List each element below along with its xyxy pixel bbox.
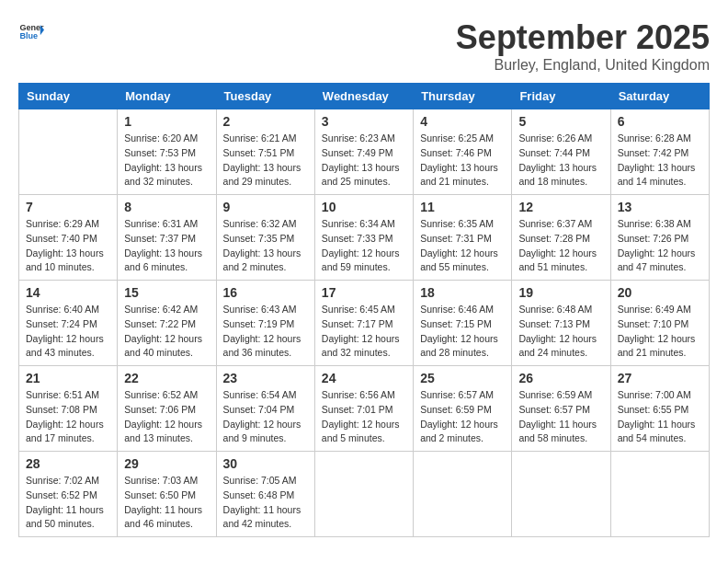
- day-header-friday: Friday: [512, 84, 610, 109]
- day-number: 29: [124, 456, 209, 471]
- day-header-saturday: Saturday: [610, 84, 709, 109]
- calendar-day-cell: 21Sunrise: 6:51 AM Sunset: 7:08 PM Dayli…: [19, 366, 118, 452]
- day-info: Sunrise: 6:59 AM Sunset: 6:57 PM Dayligh…: [518, 388, 603, 446]
- calendar-day-cell: 25Sunrise: 6:57 AM Sunset: 6:59 PM Dayli…: [414, 366, 512, 452]
- day-info: Sunrise: 6:51 AM Sunset: 7:08 PM Dayligh…: [26, 388, 110, 446]
- day-number: 10: [322, 200, 406, 214]
- day-info: Sunrise: 6:35 AM Sunset: 7:31 PM Dayligh…: [420, 217, 505, 275]
- calendar-day-cell: 6Sunrise: 6:28 AM Sunset: 7:42 PM Daylig…: [610, 109, 709, 195]
- calendar-day-cell: 10Sunrise: 6:34 AM Sunset: 7:33 PM Dayli…: [314, 195, 413, 281]
- day-info: Sunrise: 6:46 AM Sunset: 7:15 PM Dayligh…: [420, 303, 505, 361]
- day-number: 14: [26, 285, 110, 300]
- day-info: Sunrise: 6:34 AM Sunset: 7:33 PM Dayligh…: [322, 217, 406, 275]
- day-number: 3: [322, 114, 406, 129]
- day-info: Sunrise: 6:20 AM Sunset: 7:53 PM Dayligh…: [124, 132, 209, 190]
- day-info: Sunrise: 6:48 AM Sunset: 7:13 PM Dayligh…: [518, 303, 603, 361]
- day-info: Sunrise: 6:43 AM Sunset: 7:19 PM Dayligh…: [223, 303, 308, 361]
- day-header-monday: Monday: [118, 84, 216, 109]
- title-area: September 2025 Burley, England, United K…: [456, 18, 710, 74]
- day-number: 19: [518, 285, 603, 300]
- calendar-day-cell: 9Sunrise: 6:32 AM Sunset: 7:35 PM Daylig…: [216, 195, 314, 281]
- calendar-day-cell: 22Sunrise: 6:52 AM Sunset: 7:06 PM Dayli…: [118, 366, 216, 452]
- day-number: 9: [223, 200, 308, 214]
- calendar-day-cell: 14Sunrise: 6:40 AM Sunset: 7:24 PM Dayli…: [19, 281, 118, 366]
- day-number: 6: [618, 114, 702, 129]
- calendar-day-cell: [314, 452, 413, 537]
- day-header-sunday: Sunday: [19, 84, 118, 109]
- day-info: Sunrise: 6:54 AM Sunset: 7:04 PM Dayligh…: [223, 388, 308, 446]
- calendar-day-cell: 15Sunrise: 6:42 AM Sunset: 7:22 PM Dayli…: [118, 281, 216, 366]
- day-info: Sunrise: 6:45 AM Sunset: 7:17 PM Dayligh…: [322, 303, 406, 361]
- day-info: Sunrise: 7:03 AM Sunset: 6:50 PM Dayligh…: [124, 474, 209, 532]
- calendar-day-cell: 26Sunrise: 6:59 AM Sunset: 6:57 PM Dayli…: [512, 366, 610, 452]
- day-info: Sunrise: 6:25 AM Sunset: 7:46 PM Dayligh…: [420, 132, 505, 190]
- calendar-day-cell: 17Sunrise: 6:45 AM Sunset: 7:17 PM Dayli…: [314, 281, 413, 366]
- day-info: Sunrise: 7:05 AM Sunset: 6:48 PM Dayligh…: [223, 474, 308, 532]
- day-header-thursday: Thursday: [414, 84, 512, 109]
- calendar-day-cell: 27Sunrise: 7:00 AM Sunset: 6:55 PM Dayli…: [610, 366, 709, 452]
- calendar-week-row: 21Sunrise: 6:51 AM Sunset: 7:08 PM Dayli…: [19, 366, 710, 452]
- calendar-day-cell: 12Sunrise: 6:37 AM Sunset: 7:28 PM Dayli…: [512, 195, 610, 281]
- day-info: Sunrise: 6:52 AM Sunset: 7:06 PM Dayligh…: [124, 388, 209, 446]
- calendar-week-row: 7Sunrise: 6:29 AM Sunset: 7:40 PM Daylig…: [19, 195, 710, 281]
- calendar-day-cell: [19, 109, 118, 195]
- calendar-day-cell: 19Sunrise: 6:48 AM Sunset: 7:13 PM Dayli…: [512, 281, 610, 366]
- day-number: 24: [322, 371, 406, 385]
- calendar-day-cell: 29Sunrise: 7:03 AM Sunset: 6:50 PM Dayli…: [118, 452, 216, 537]
- day-info: Sunrise: 7:00 AM Sunset: 6:55 PM Dayligh…: [618, 388, 702, 446]
- day-number: 30: [223, 456, 308, 471]
- day-info: Sunrise: 6:21 AM Sunset: 7:51 PM Dayligh…: [223, 132, 308, 190]
- day-info: Sunrise: 6:57 AM Sunset: 6:59 PM Dayligh…: [420, 388, 505, 446]
- day-number: 8: [124, 200, 209, 214]
- calendar-header-row: SundayMondayTuesdayWednesdayThursdayFrid…: [19, 84, 710, 109]
- day-number: 27: [618, 371, 702, 385]
- day-number: 20: [618, 285, 702, 300]
- day-info: Sunrise: 6:38 AM Sunset: 7:26 PM Dayligh…: [618, 217, 702, 275]
- day-info: Sunrise: 6:29 AM Sunset: 7:40 PM Dayligh…: [26, 217, 110, 275]
- day-info: Sunrise: 6:31 AM Sunset: 7:37 PM Dayligh…: [124, 217, 209, 275]
- day-info: Sunrise: 7:02 AM Sunset: 6:52 PM Dayligh…: [26, 474, 110, 532]
- day-number: 4: [420, 114, 505, 129]
- day-number: 12: [518, 200, 603, 214]
- calendar-day-cell: [610, 452, 709, 537]
- day-info: Sunrise: 6:26 AM Sunset: 7:44 PM Dayligh…: [518, 132, 603, 190]
- day-number: 7: [26, 200, 110, 214]
- svg-text:Blue: Blue: [19, 31, 38, 40]
- calendar-day-cell: 8Sunrise: 6:31 AM Sunset: 7:37 PM Daylig…: [118, 195, 216, 281]
- calendar-day-cell: 13Sunrise: 6:38 AM Sunset: 7:26 PM Dayli…: [610, 195, 709, 281]
- location-subtitle: Burley, England, United Kingdom: [456, 57, 710, 74]
- day-header-tuesday: Tuesday: [216, 84, 314, 109]
- day-info: Sunrise: 6:40 AM Sunset: 7:24 PM Dayligh…: [26, 303, 110, 361]
- calendar-day-cell: 16Sunrise: 6:43 AM Sunset: 7:19 PM Dayli…: [216, 281, 314, 366]
- general-blue-logo-icon: General Blue: [18, 18, 44, 44]
- day-number: 28: [26, 456, 110, 471]
- day-number: 15: [124, 285, 209, 300]
- calendar-day-cell: 2Sunrise: 6:21 AM Sunset: 7:51 PM Daylig…: [216, 109, 314, 195]
- day-info: Sunrise: 6:28 AM Sunset: 7:42 PM Dayligh…: [618, 132, 702, 190]
- day-number: 5: [518, 114, 603, 129]
- calendar-day-cell: [414, 452, 512, 537]
- calendar-day-cell: 3Sunrise: 6:23 AM Sunset: 7:49 PM Daylig…: [314, 109, 413, 195]
- header: General Blue September 2025 Burley, Engl…: [18, 18, 710, 74]
- calendar-day-cell: 30Sunrise: 7:05 AM Sunset: 6:48 PM Dayli…: [216, 452, 314, 537]
- calendar-week-row: 14Sunrise: 6:40 AM Sunset: 7:24 PM Dayli…: [19, 281, 710, 366]
- logo: General Blue: [18, 18, 44, 44]
- day-number: 21: [26, 371, 110, 385]
- day-info: Sunrise: 6:32 AM Sunset: 7:35 PM Dayligh…: [223, 217, 308, 275]
- calendar-day-cell: [512, 452, 610, 537]
- calendar-day-cell: 5Sunrise: 6:26 AM Sunset: 7:44 PM Daylig…: [512, 109, 610, 195]
- calendar-day-cell: 11Sunrise: 6:35 AM Sunset: 7:31 PM Dayli…: [414, 195, 512, 281]
- calendar-day-cell: 20Sunrise: 6:49 AM Sunset: 7:10 PM Dayli…: [610, 281, 709, 366]
- day-number: 23: [223, 371, 308, 385]
- calendar-table: SundayMondayTuesdayWednesdayThursdayFrid…: [18, 83, 710, 537]
- day-number: 26: [518, 371, 603, 385]
- day-number: 16: [223, 285, 308, 300]
- day-number: 13: [618, 200, 702, 214]
- day-number: 22: [124, 371, 209, 385]
- day-info: Sunrise: 6:23 AM Sunset: 7:49 PM Dayligh…: [322, 132, 406, 190]
- day-number: 17: [322, 285, 406, 300]
- calendar-day-cell: 7Sunrise: 6:29 AM Sunset: 7:40 PM Daylig…: [19, 195, 118, 281]
- calendar-day-cell: 4Sunrise: 6:25 AM Sunset: 7:46 PM Daylig…: [414, 109, 512, 195]
- calendar-day-cell: 28Sunrise: 7:02 AM Sunset: 6:52 PM Dayli…: [19, 452, 118, 537]
- calendar-day-cell: 1Sunrise: 6:20 AM Sunset: 7:53 PM Daylig…: [118, 109, 216, 195]
